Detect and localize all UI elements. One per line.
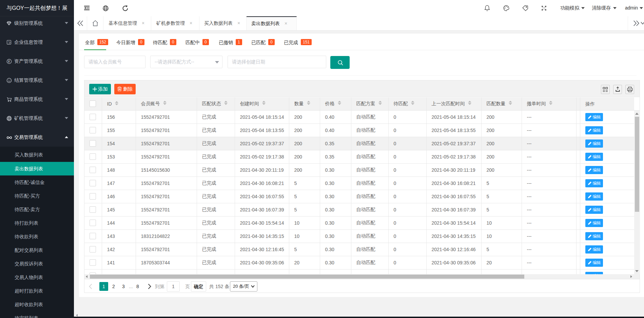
svg-text:¥: ¥ bbox=[7, 59, 10, 63]
